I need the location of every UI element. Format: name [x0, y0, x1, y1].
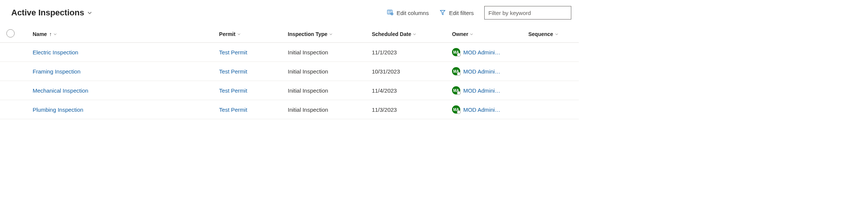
- table-row[interactable]: Mechanical Inspection Test Permit Initia…: [0, 81, 579, 100]
- chevron-down-icon: [555, 32, 559, 36]
- column-header-inspection-type[interactable]: Inspection Type: [285, 26, 369, 43]
- inspection-type-text: Initial Inspection: [288, 68, 328, 75]
- scheduled-date-text: 10/31/2023: [372, 68, 400, 75]
- column-label: Name: [33, 31, 47, 37]
- column-header-name[interactable]: Name ↑: [21, 26, 216, 43]
- edit-columns-button[interactable]: Edit columns: [387, 9, 429, 17]
- chevron-down-icon: [53, 32, 57, 36]
- header-row: Name ↑ Permit Inspection Type: [0, 26, 579, 43]
- avatar: MA: [452, 105, 460, 114]
- table-row[interactable]: Plumbing Inspection Test Permit Initial …: [0, 100, 579, 119]
- edit-columns-label: Edit columns: [396, 10, 429, 16]
- scheduled-date-text: 11/1/2023: [372, 49, 397, 56]
- column-header-sequence[interactable]: Sequence: [525, 26, 579, 43]
- chevron-down-icon: [87, 10, 92, 15]
- toolbar: Active Inspections Edit columns: [0, 4, 579, 26]
- inspection-type-text: Initial Inspection: [288, 106, 328, 113]
- scheduled-date-text: 11/4/2023: [372, 87, 397, 94]
- avatar: MA: [452, 86, 460, 94]
- chevron-down-icon: [413, 32, 416, 36]
- column-label: Inspection Type: [288, 31, 327, 37]
- name-link[interactable]: Framing Inspection: [33, 68, 81, 75]
- row-select-cell[interactable]: [0, 81, 21, 100]
- column-label: Sequence: [528, 31, 553, 37]
- inspection-type-text: Initial Inspection: [288, 87, 328, 94]
- table-row[interactable]: Framing Inspection Test Permit Initial I…: [0, 62, 579, 81]
- column-label: Owner: [452, 31, 469, 37]
- column-header-scheduled-date[interactable]: Scheduled Date: [369, 26, 449, 43]
- filter-icon: [439, 9, 446, 17]
- view-title: Active Inspections: [11, 8, 84, 18]
- name-link[interactable]: Electric Inspection: [33, 49, 78, 56]
- avatar: MA: [452, 67, 460, 75]
- sort-ascending-icon: ↑: [49, 31, 52, 37]
- avatar: MA: [452, 48, 460, 56]
- row-select-cell[interactable]: [0, 43, 21, 62]
- edit-filters-button[interactable]: Edit filters: [439, 9, 474, 17]
- edit-filters-label: Edit filters: [449, 10, 474, 16]
- owner-link[interactable]: MOD Admini…: [463, 87, 500, 94]
- column-header-permit[interactable]: Permit: [216, 26, 285, 43]
- view-selector[interactable]: Active Inspections: [11, 8, 92, 18]
- data-grid: Name ↑ Permit Inspection Type: [0, 26, 579, 119]
- name-link[interactable]: Plumbing Inspection: [33, 106, 83, 113]
- owner-link[interactable]: MOD Admini…: [463, 49, 500, 56]
- name-link[interactable]: Mechanical Inspection: [33, 87, 88, 94]
- column-header-owner[interactable]: Owner: [449, 26, 526, 43]
- permit-link[interactable]: Test Permit: [219, 49, 247, 56]
- chevron-down-icon: [470, 32, 473, 36]
- owner-cell: MA MOD Admini…: [452, 48, 523, 56]
- select-all-header[interactable]: [0, 26, 21, 43]
- permit-link[interactable]: Test Permit: [219, 87, 247, 94]
- owner-link[interactable]: MOD Admini…: [463, 68, 500, 75]
- scheduled-date-text: 11/3/2023: [372, 106, 397, 113]
- permit-link[interactable]: Test Permit: [219, 106, 247, 113]
- table-row[interactable]: Electric Inspection Test Permit Initial …: [0, 43, 579, 62]
- row-select-cell[interactable]: [0, 100, 21, 119]
- select-all-circle[interactable]: [6, 29, 15, 38]
- permit-link[interactable]: Test Permit: [219, 68, 247, 75]
- owner-cell: MA MOD Admini…: [452, 105, 523, 114]
- column-label: Scheduled Date: [372, 31, 411, 37]
- owner-link[interactable]: MOD Admini…: [463, 106, 500, 113]
- edit-columns-icon: [387, 9, 393, 17]
- filter-input[interactable]: [484, 6, 571, 20]
- chevron-down-icon: [237, 32, 241, 36]
- owner-cell: MA MOD Admini…: [452, 67, 523, 75]
- row-select-cell[interactable]: [0, 62, 21, 81]
- view-container: Active Inspections Edit columns: [0, 0, 579, 124]
- inspection-type-text: Initial Inspection: [288, 49, 328, 56]
- owner-cell: MA MOD Admini…: [452, 86, 523, 94]
- column-label: Permit: [219, 31, 236, 37]
- chevron-down-icon: [329, 32, 333, 36]
